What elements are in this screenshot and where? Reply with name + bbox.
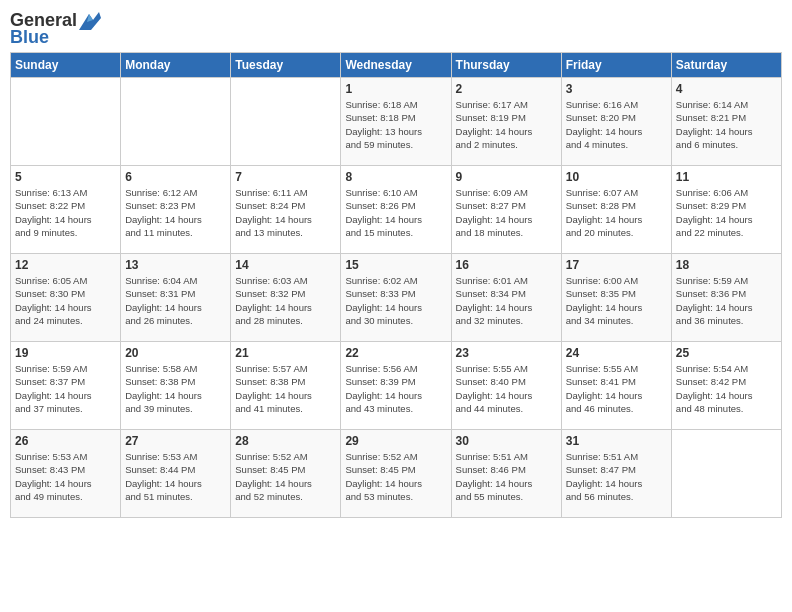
day-info: Sunrise: 6:14 AMSunset: 8:21 PMDaylight:…	[676, 98, 777, 151]
calendar-week-row: 26Sunrise: 5:53 AMSunset: 8:43 PMDayligh…	[11, 430, 782, 518]
day-number: 22	[345, 346, 446, 360]
day-number: 14	[235, 258, 336, 272]
day-number: 24	[566, 346, 667, 360]
calendar-week-row: 5Sunrise: 6:13 AMSunset: 8:22 PMDaylight…	[11, 166, 782, 254]
day-number: 28	[235, 434, 336, 448]
day-info: Sunrise: 6:01 AMSunset: 8:34 PMDaylight:…	[456, 274, 557, 327]
calendar-cell	[671, 430, 781, 518]
calendar-cell: 15Sunrise: 6:02 AMSunset: 8:33 PMDayligh…	[341, 254, 451, 342]
day-info: Sunrise: 5:55 AMSunset: 8:41 PMDaylight:…	[566, 362, 667, 415]
day-number: 20	[125, 346, 226, 360]
day-number: 7	[235, 170, 336, 184]
day-number: 13	[125, 258, 226, 272]
calendar-cell: 22Sunrise: 5:56 AMSunset: 8:39 PMDayligh…	[341, 342, 451, 430]
logo-bird-icon	[79, 12, 101, 30]
day-info: Sunrise: 6:10 AMSunset: 8:26 PMDaylight:…	[345, 186, 446, 239]
calendar-cell: 16Sunrise: 6:01 AMSunset: 8:34 PMDayligh…	[451, 254, 561, 342]
day-number: 25	[676, 346, 777, 360]
day-number: 3	[566, 82, 667, 96]
calendar-cell: 21Sunrise: 5:57 AMSunset: 8:38 PMDayligh…	[231, 342, 341, 430]
day-number: 26	[15, 434, 116, 448]
day-info: Sunrise: 5:56 AMSunset: 8:39 PMDaylight:…	[345, 362, 446, 415]
day-header-friday: Friday	[561, 53, 671, 78]
calendar-cell: 27Sunrise: 5:53 AMSunset: 8:44 PMDayligh…	[121, 430, 231, 518]
day-number: 29	[345, 434, 446, 448]
calendar-cell: 5Sunrise: 6:13 AMSunset: 8:22 PMDaylight…	[11, 166, 121, 254]
calendar-cell: 23Sunrise: 5:55 AMSunset: 8:40 PMDayligh…	[451, 342, 561, 430]
day-info: Sunrise: 5:53 AMSunset: 8:43 PMDaylight:…	[15, 450, 116, 503]
day-info: Sunrise: 5:59 AMSunset: 8:37 PMDaylight:…	[15, 362, 116, 415]
calendar-cell: 8Sunrise: 6:10 AMSunset: 8:26 PMDaylight…	[341, 166, 451, 254]
day-info: Sunrise: 6:04 AMSunset: 8:31 PMDaylight:…	[125, 274, 226, 327]
day-number: 6	[125, 170, 226, 184]
calendar-cell: 28Sunrise: 5:52 AMSunset: 8:45 PMDayligh…	[231, 430, 341, 518]
day-info: Sunrise: 6:06 AMSunset: 8:29 PMDaylight:…	[676, 186, 777, 239]
day-info: Sunrise: 5:55 AMSunset: 8:40 PMDaylight:…	[456, 362, 557, 415]
day-header-saturday: Saturday	[671, 53, 781, 78]
calendar-header-row: SundayMondayTuesdayWednesdayThursdayFrid…	[11, 53, 782, 78]
day-info: Sunrise: 6:03 AMSunset: 8:32 PMDaylight:…	[235, 274, 336, 327]
calendar-cell: 12Sunrise: 6:05 AMSunset: 8:30 PMDayligh…	[11, 254, 121, 342]
day-info: Sunrise: 6:07 AMSunset: 8:28 PMDaylight:…	[566, 186, 667, 239]
calendar-cell: 11Sunrise: 6:06 AMSunset: 8:29 PMDayligh…	[671, 166, 781, 254]
day-header-tuesday: Tuesday	[231, 53, 341, 78]
calendar-cell: 18Sunrise: 5:59 AMSunset: 8:36 PMDayligh…	[671, 254, 781, 342]
day-info: Sunrise: 5:58 AMSunset: 8:38 PMDaylight:…	[125, 362, 226, 415]
calendar-cell: 9Sunrise: 6:09 AMSunset: 8:27 PMDaylight…	[451, 166, 561, 254]
calendar-cell: 1Sunrise: 6:18 AMSunset: 8:18 PMDaylight…	[341, 78, 451, 166]
day-info: Sunrise: 6:09 AMSunset: 8:27 PMDaylight:…	[456, 186, 557, 239]
page-header: General Blue	[10, 10, 782, 48]
day-header-wednesday: Wednesday	[341, 53, 451, 78]
day-number: 23	[456, 346, 557, 360]
calendar-cell: 24Sunrise: 5:55 AMSunset: 8:41 PMDayligh…	[561, 342, 671, 430]
day-info: Sunrise: 5:51 AMSunset: 8:46 PMDaylight:…	[456, 450, 557, 503]
day-number: 12	[15, 258, 116, 272]
calendar-cell: 30Sunrise: 5:51 AMSunset: 8:46 PMDayligh…	[451, 430, 561, 518]
calendar-week-row: 1Sunrise: 6:18 AMSunset: 8:18 PMDaylight…	[11, 78, 782, 166]
day-info: Sunrise: 5:59 AMSunset: 8:36 PMDaylight:…	[676, 274, 777, 327]
calendar-cell: 6Sunrise: 6:12 AMSunset: 8:23 PMDaylight…	[121, 166, 231, 254]
calendar-week-row: 19Sunrise: 5:59 AMSunset: 8:37 PMDayligh…	[11, 342, 782, 430]
calendar-cell: 17Sunrise: 6:00 AMSunset: 8:35 PMDayligh…	[561, 254, 671, 342]
day-number: 15	[345, 258, 446, 272]
day-number: 10	[566, 170, 667, 184]
calendar-cell: 19Sunrise: 5:59 AMSunset: 8:37 PMDayligh…	[11, 342, 121, 430]
day-number: 18	[676, 258, 777, 272]
calendar-cell	[11, 78, 121, 166]
calendar-cell: 14Sunrise: 6:03 AMSunset: 8:32 PMDayligh…	[231, 254, 341, 342]
calendar-cell: 20Sunrise: 5:58 AMSunset: 8:38 PMDayligh…	[121, 342, 231, 430]
day-number: 19	[15, 346, 116, 360]
calendar-cell: 4Sunrise: 6:14 AMSunset: 8:21 PMDaylight…	[671, 78, 781, 166]
day-info: Sunrise: 6:11 AMSunset: 8:24 PMDaylight:…	[235, 186, 336, 239]
calendar-cell: 13Sunrise: 6:04 AMSunset: 8:31 PMDayligh…	[121, 254, 231, 342]
day-header-monday: Monday	[121, 53, 231, 78]
day-info: Sunrise: 6:13 AMSunset: 8:22 PMDaylight:…	[15, 186, 116, 239]
day-info: Sunrise: 5:52 AMSunset: 8:45 PMDaylight:…	[345, 450, 446, 503]
calendar-cell	[231, 78, 341, 166]
calendar-week-row: 12Sunrise: 6:05 AMSunset: 8:30 PMDayligh…	[11, 254, 782, 342]
day-number: 1	[345, 82, 446, 96]
logo-blue-text: Blue	[10, 27, 49, 48]
calendar-cell: 31Sunrise: 5:51 AMSunset: 8:47 PMDayligh…	[561, 430, 671, 518]
day-number: 2	[456, 82, 557, 96]
calendar-cell: 26Sunrise: 5:53 AMSunset: 8:43 PMDayligh…	[11, 430, 121, 518]
day-info: Sunrise: 5:51 AMSunset: 8:47 PMDaylight:…	[566, 450, 667, 503]
day-number: 31	[566, 434, 667, 448]
day-info: Sunrise: 5:52 AMSunset: 8:45 PMDaylight:…	[235, 450, 336, 503]
day-info: Sunrise: 6:00 AMSunset: 8:35 PMDaylight:…	[566, 274, 667, 327]
calendar-cell: 7Sunrise: 6:11 AMSunset: 8:24 PMDaylight…	[231, 166, 341, 254]
calendar-cell	[121, 78, 231, 166]
day-number: 21	[235, 346, 336, 360]
day-info: Sunrise: 6:18 AMSunset: 8:18 PMDaylight:…	[345, 98, 446, 151]
logo: General Blue	[10, 10, 101, 48]
day-header-sunday: Sunday	[11, 53, 121, 78]
day-info: Sunrise: 6:02 AMSunset: 8:33 PMDaylight:…	[345, 274, 446, 327]
day-number: 30	[456, 434, 557, 448]
day-number: 5	[15, 170, 116, 184]
day-info: Sunrise: 6:12 AMSunset: 8:23 PMDaylight:…	[125, 186, 226, 239]
day-info: Sunrise: 6:16 AMSunset: 8:20 PMDaylight:…	[566, 98, 667, 151]
day-info: Sunrise: 5:53 AMSunset: 8:44 PMDaylight:…	[125, 450, 226, 503]
day-number: 16	[456, 258, 557, 272]
day-number: 11	[676, 170, 777, 184]
calendar-cell: 25Sunrise: 5:54 AMSunset: 8:42 PMDayligh…	[671, 342, 781, 430]
